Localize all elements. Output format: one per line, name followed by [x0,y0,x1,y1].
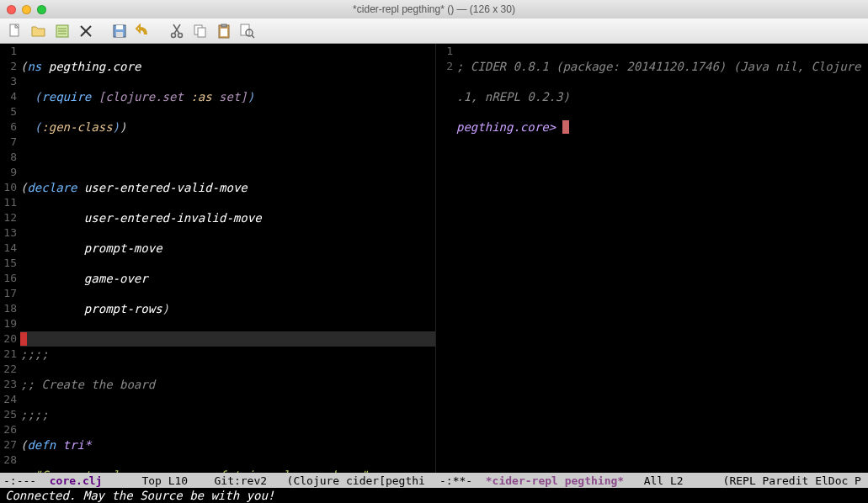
save-button[interactable] [109,21,130,41]
right-modeline: -:**- *cider-repl pegthing* All L2 (REPL… [436,473,868,488]
toolbar [0,19,868,44]
minibuffer: Connected. May the Source be with you! [0,488,868,503]
close-window-icon[interactable] [7,5,16,14]
copy-button[interactable] [190,21,210,41]
svg-rect-18 [221,29,227,36]
right-pane[interactable]: 1 2 ; CIDER 0.8.1 (package: 20141120.174… [436,44,868,473]
search-button[interactable] [237,21,258,41]
minimize-window-icon[interactable] [22,5,31,14]
window-titlebar: *cider-repl pegthing* () — (126 x 30) [0,0,868,19]
svg-point-10 [172,33,176,37]
svg-line-21 [252,35,254,38]
repl-content[interactable]: ; CIDER 0.8.1 (package: 20141120.1746) (… [456,44,868,473]
zoom-window-icon[interactable] [37,5,46,14]
paste-button[interactable] [214,21,234,41]
svg-line-13 [173,24,179,34]
undo-button[interactable] [133,21,153,41]
code-content[interactable]: (ns pegthing.core (require [clojure.set … [20,44,435,473]
repl-cursor [562,120,569,134]
cursor [20,332,27,346]
editor-area: 1 2 3 4 5 6 7 8 9 10 11 12 13 14 15 16 1… [0,44,868,473]
svg-rect-15 [198,28,205,37]
repl-gutter: 1 2 [436,44,456,473]
svg-point-11 [178,33,183,37]
dired-button[interactable] [52,21,72,41]
cut-button[interactable] [167,21,187,41]
svg-rect-17 [221,24,226,27]
svg-rect-8 [116,25,123,29]
left-modeline: -:--- core.clj Top L10 Git:rev2 (Clojure… [0,473,436,488]
modelines: -:--- core.clj Top L10 Git:rev2 (Clojure… [0,473,868,488]
svg-line-12 [174,24,180,34]
window-title: *cider-repl pegthing* () — (126 x 30) [353,3,515,15]
kill-buffer-button[interactable] [76,21,96,41]
traffic-lights [7,5,46,14]
svg-rect-9 [116,32,123,37]
line-number-gutter: 1 2 3 4 5 6 7 8 9 10 11 12 13 14 15 16 1… [0,44,20,473]
left-pane[interactable]: 1 2 3 4 5 6 7 8 9 10 11 12 13 14 15 16 1… [0,44,436,473]
open-folder-button[interactable] [29,21,49,41]
new-file-button[interactable] [5,21,25,41]
